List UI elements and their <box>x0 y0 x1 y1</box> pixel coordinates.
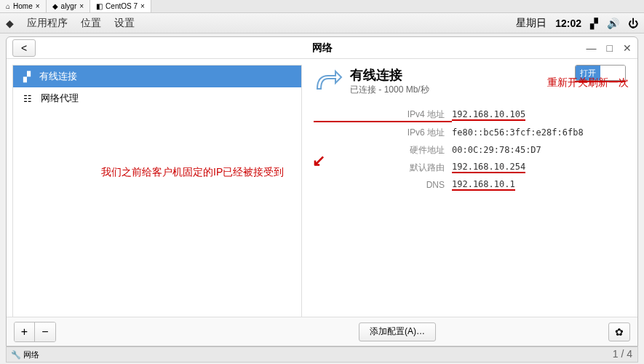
minimize-button[interactable]: — <box>587 42 597 54</box>
power-icon[interactable]: ⏻ <box>628 17 638 29</box>
annotation-refresh: 重新开关刷新一次 <box>547 76 629 90</box>
clock-day: 星期日 <box>516 17 546 30</box>
wired-icon: ▞ <box>23 71 31 82</box>
network-settings-window: < 网络 — □ ✕ 重新开关刷新一次 ▞ 有线连接 ☷ 网络代理 <box>6 36 638 347</box>
label-gateway: 默认路由 <box>314 162 452 174</box>
sidebar-item-proxy[interactable]: ☷ 网络代理 <box>13 87 301 109</box>
sidebar-item-label: 有线连接 <box>39 70 77 83</box>
annotation-ip-accepted: 我们之前给客户机固定的IP已经被接受到 <box>101 166 284 179</box>
label-ipv4: IPv4 地址 <box>314 108 452 122</box>
titlebar: < 网络 — □ ✕ <box>7 37 637 59</box>
volume-icon[interactable]: 🔊 <box>607 17 619 29</box>
tab-home[interactable]: ⌂ Home × <box>0 0 47 12</box>
gnome-topbar: ◆ 应用程序 位置 设置 星期日 12:02 ▞ 🔊 ⏻ <box>0 13 644 33</box>
value-mac: 00:0C:29:78:45:D7 <box>452 145 541 155</box>
clock-time: 12:02 <box>555 17 581 29</box>
label-mac: 硬件地址 <box>314 144 452 157</box>
add-config-button[interactable]: 添加配置(A)… <box>359 323 436 341</box>
settings-gear-button[interactable]: ✿ <box>608 323 630 341</box>
connection-detail: 有线连接 已连接 - 1000 Mb/秒 打开 IPv4 地址 192.168.… <box>302 59 637 318</box>
tab-centos[interactable]: ◧ CentOS 7 × <box>90 0 151 12</box>
back-button[interactable]: < <box>12 39 36 57</box>
sidebar-item-wired[interactable]: ▞ 有线连接 <box>13 66 301 87</box>
status-bar: 🔧 网络 <box>6 347 638 363</box>
menu-location[interactable]: 位置 <box>81 17 101 30</box>
wrench-icon: 🔧 <box>11 350 21 360</box>
apps-icon: ◆ <box>6 17 14 29</box>
window-title: 网络 <box>312 41 333 55</box>
network-tray-icon[interactable]: ▞ <box>590 17 598 29</box>
value-ipv6: fe80::bc56:3fcf:e28f:6fb8 <box>452 127 584 138</box>
menu-settings[interactable]: 设置 <box>114 17 135 30</box>
sidebar-item-label: 网络代理 <box>41 92 79 105</box>
tab-alygr[interactable]: ◆ alygr × <box>47 0 91 12</box>
status-label: 网络 <box>23 349 39 360</box>
maximize-button[interactable]: □ <box>607 42 613 54</box>
page-indicator: 1 / 4 <box>613 348 632 360</box>
ethernet-icon <box>314 67 343 96</box>
value-dns: 192.168.10.1 <box>452 179 515 191</box>
annotation-arrow-icon: ↙ <box>312 151 325 170</box>
value-ipv4: 192.168.10.105 <box>452 109 525 121</box>
menu-apps[interactable]: 应用程序 <box>27 17 68 30</box>
label-dns: DNS <box>314 180 452 190</box>
add-connection-button[interactable]: + <box>15 323 35 341</box>
remove-connection-button[interactable]: − <box>35 323 55 341</box>
value-gateway: 192.168.10.254 <box>452 162 525 173</box>
browser-tabs: ⌂ Home × ◆ alygr × ◧ CentOS 7 × <box>0 0 644 13</box>
label-ipv6: IPv6 地址 <box>314 127 452 139</box>
connection-title: 有线连接 <box>350 66 429 84</box>
proxy-icon: ☷ <box>23 93 32 104</box>
close-button[interactable]: ✕ <box>623 42 632 54</box>
bottom-toolbar: + − 添加配置(A)… ✿ <box>7 317 637 346</box>
connection-sidebar: ▞ 有线连接 ☷ 网络代理 <box>12 65 302 318</box>
connection-status: 已连接 - 1000 Mb/秒 <box>350 84 429 96</box>
